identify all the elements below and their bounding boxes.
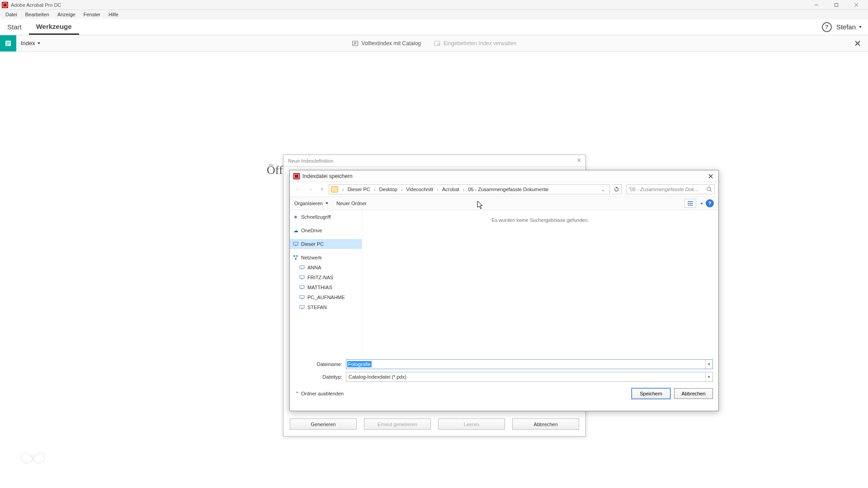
menu-window[interactable]: Fenster: [80, 11, 104, 18]
filetype-select[interactable]: Catalog-Indexdatei (*.pdx) ▾: [346, 372, 713, 382]
filename-label: Dateiname:: [295, 361, 346, 367]
filename-input[interactable]: Fotografie ▾: [346, 359, 713, 369]
app-title: Adobe Acrobat Pro DC: [11, 2, 61, 8]
bg-dialog-close-button[interactable]: ✕: [575, 156, 584, 165]
folder-tree[interactable]: ★ Schnellzugriff ☁ OneDrive Dieser PC: [290, 210, 362, 356]
tree-onedrive[interactable]: ☁ OneDrive: [290, 225, 362, 235]
butterfly-watermark: [16, 442, 50, 474]
tree-this-pc[interactable]: Dieser PC: [290, 239, 362, 249]
maximize-button[interactable]: [826, 0, 846, 10]
crumb-acrobat[interactable]: Acrobat: [441, 187, 461, 192]
folder-icon: [331, 186, 338, 192]
svg-rect-28: [296, 255, 298, 257]
acrobat-app-icon: [2, 2, 8, 8]
svg-rect-5: [6, 42, 10, 42]
acrobat-icon: [293, 173, 300, 179]
crumb-current-folder[interactable]: 05 - Zusammengefasste Dokumente: [467, 187, 550, 192]
clear-button: Leeren: [438, 418, 505, 430]
svg-rect-27: [293, 255, 295, 257]
inputs-area: Dateiname: Fotografie ▾ Dateityp: Catalo…: [290, 356, 718, 385]
tree-computer[interactable]: ANNA: [290, 263, 362, 272]
partial-background-text: Öff: [267, 164, 283, 177]
svg-line-30: [294, 257, 296, 258]
nav-forward-button[interactable]: →: [305, 184, 315, 194]
svg-line-21: [710, 190, 712, 192]
organize-label: Organisieren: [294, 201, 323, 206]
file-list-area[interactable]: Es wurden keine Suchergebnisse gefunden.: [362, 210, 718, 356]
hide-folders-toggle[interactable]: ⌃ Ordner ausblenden: [295, 391, 344, 397]
nav-start[interactable]: Start: [0, 19, 29, 35]
svg-rect-24: [688, 205, 693, 206]
tool-fulltext-catalog[interactable]: Volltextindex mit Catalog: [352, 40, 421, 47]
index-tool-icon: [0, 35, 16, 52]
generate-button[interactable]: Generieren: [290, 418, 357, 430]
tree-computer[interactable]: FRITZ-NAS: [290, 272, 362, 282]
tree-quick-access[interactable]: ★ Schnellzugriff: [290, 212, 362, 222]
index-dropdown-label: Index: [21, 40, 35, 47]
minimize-button[interactable]: [807, 0, 826, 10]
cloud-icon: ☁: [292, 227, 299, 234]
user-menu[interactable]: Stefan: [836, 23, 862, 31]
tree-label: ANNA: [307, 265, 321, 270]
tree-computer[interactable]: MATTHIAS: [290, 282, 362, 292]
tree-label: MATTHIAS: [307, 285, 332, 290]
crumb-this-pc[interactable]: Dieser PC: [346, 187, 372, 192]
menu-help[interactable]: Hilfe: [105, 11, 122, 18]
bg-cancel-button[interactable]: Abbrechen: [512, 418, 579, 430]
filetype-dropdown-icon[interactable]: ▾: [705, 372, 712, 381]
search-input[interactable]: "05 - Zusammengefasste Dok...: [626, 184, 715, 194]
dialog-toolbar: Organisieren Neuer Ordner ?: [290, 197, 718, 210]
svg-rect-37: [301, 289, 303, 289]
tree-network[interactable]: Netzwerk: [290, 253, 362, 263]
svg-rect-40: [300, 305, 304, 308]
svg-point-13: [438, 43, 439, 45]
network-icon: [292, 254, 299, 261]
svg-rect-33: [301, 269, 303, 269]
tree-computer[interactable]: STEFAN: [290, 302, 362, 312]
search-icon: [706, 186, 712, 192]
svg-rect-7: [6, 45, 9, 45]
menu-file[interactable]: Datei: [2, 11, 21, 18]
pc-icon: [292, 241, 299, 247]
svg-rect-6: [6, 43, 10, 44]
tree-label: OneDrive: [301, 228, 322, 233]
crumb-desktop[interactable]: Desktop: [377, 187, 398, 192]
crumb-videoschnitt[interactable]: Videoschnitt: [405, 187, 435, 192]
breadcrumb-bar[interactable]: › Dieser PC › Desktop › Videoschnitt › A…: [329, 184, 610, 194]
menu-view[interactable]: Anzeige: [54, 11, 79, 18]
help-icon[interactable]: ?: [822, 22, 832, 32]
close-button[interactable]: [846, 0, 866, 10]
view-dropdown-icon[interactable]: [699, 201, 703, 206]
tool-embedded-index[interactable]: Eingebetteten Index verwalten: [434, 40, 516, 47]
breadcrumb-sep: ›: [341, 187, 345, 192]
svg-rect-1: [835, 3, 838, 6]
breadcrumb-dropdown[interactable]: ⌄: [598, 187, 608, 192]
tree-computer[interactable]: PC_AUFNAHME: [290, 292, 362, 302]
menu-edit[interactable]: Bearbeiten: [22, 11, 53, 18]
organize-button[interactable]: Organisieren: [294, 201, 328, 206]
nav-back-button[interactable]: ←: [293, 184, 303, 194]
tree-label: STEFAN: [307, 305, 327, 310]
nav-tools[interactable]: Werkzeuge: [29, 19, 79, 35]
new-folder-button[interactable]: Neuer Ordner: [336, 201, 367, 206]
save-dialog-close-button[interactable]: [705, 171, 717, 181]
cancel-button[interactable]: Abbrechen: [674, 388, 713, 399]
close-toolstrip-button[interactable]: [853, 38, 863, 48]
top-nav: Start Werkzeuge ? Stefan: [0, 19, 868, 35]
tool-fulltext-label: Volltextindex mit Catalog: [362, 40, 421, 47]
embedded-index-icon: [434, 40, 441, 47]
index-dropdown[interactable]: Index: [21, 40, 40, 47]
refresh-button[interactable]: [612, 184, 622, 194]
tree-label: PC_AUFNAHME: [307, 295, 345, 300]
svg-rect-34: [300, 276, 304, 278]
view-mode-button[interactable]: [684, 199, 696, 208]
save-button[interactable]: Speichern: [632, 388, 670, 399]
dialog-body: ★ Schnellzugriff ☁ OneDrive Dieser PC: [290, 210, 718, 356]
nav-up-button[interactable]: ↑: [317, 184, 327, 194]
tree-label: Dieser PC: [301, 241, 324, 247]
dialog-help-button[interactable]: ?: [706, 199, 714, 207]
tool-embedded-label: Eingebetteten Index verwalten: [443, 40, 516, 47]
svg-rect-41: [301, 309, 303, 309]
window-controls: [807, 0, 866, 10]
filename-dropdown-icon[interactable]: ▾: [705, 360, 712, 369]
